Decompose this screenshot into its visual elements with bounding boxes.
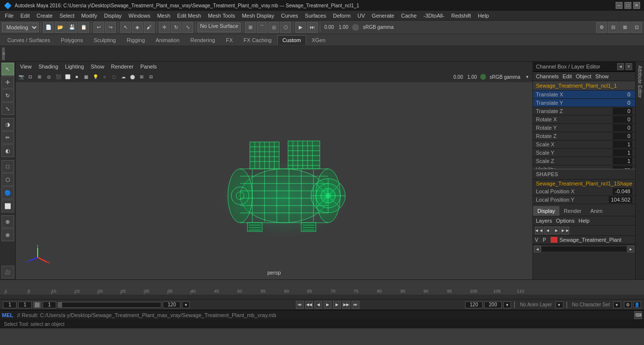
channel-value-local-pos-x[interactable]: -0.048 <box>613 188 632 195</box>
channel-value-local-pos-y[interactable]: 104.502 <box>609 196 632 203</box>
shelf-tab-fx[interactable]: FX <box>221 35 238 45</box>
undo-button[interactable]: ↩ <box>93 22 104 33</box>
cp-menu-channels[interactable]: Channels <box>536 73 558 79</box>
redo-button[interactable]: ↪ <box>105 22 116 33</box>
menu-edit-mesh[interactable]: Edit Mesh <box>174 12 204 20</box>
channel-value-scale-y[interactable]: 1 <box>613 149 632 156</box>
vp-menu-view[interactable]: View <box>18 63 34 70</box>
character-set-dropdown[interactable]: ▾ <box>613 301 621 308</box>
new-scene-button[interactable]: 📄 <box>43 22 54 33</box>
layer-new-btn[interactable]: ◄◄ <box>535 227 543 234</box>
shelf-collapse-icon[interactable]: ◄ <box>2 47 5 60</box>
prev-frame-btn[interactable]: ◀ <box>314 301 322 309</box>
range-end-arrow[interactable]: ▾ <box>182 301 190 308</box>
channel-row-rotate-y[interactable]: Rotate Y 0 <box>533 124 635 132</box>
layer-prev-btn[interactable]: ◄ <box>544 227 552 234</box>
layer-pickability-p[interactable]: P <box>543 237 549 243</box>
maximize-button[interactable]: □ <box>624 2 631 9</box>
channel-value-translate-x[interactable]: 0 <box>613 91 632 98</box>
menu-mesh[interactable]: Mesh <box>154 12 173 20</box>
cp-menu-show[interactable]: Show <box>595 73 609 79</box>
camera-tool[interactable]: 🎥 <box>1 266 14 278</box>
vp-light-btn[interactable]: 💡 <box>91 72 100 81</box>
vp-smooth-btn[interactable]: ○ <box>100 72 109 81</box>
menu-file[interactable]: File <box>2 12 17 20</box>
paint-select-button[interactable]: 🖌 <box>144 22 155 33</box>
display-tool-3[interactable]: 🔵 <box>1 186 14 199</box>
shelf-tab-polygons[interactable]: Polygons <box>55 35 88 45</box>
vp-camera-btn[interactable]: 📷 <box>17 72 25 81</box>
vp-gamma-dropdown[interactable]: ▾ <box>523 72 532 81</box>
display-tab-render[interactable]: Render <box>559 206 586 216</box>
vp-shadow-btn[interactable]: ☁ <box>119 72 128 81</box>
end-frame-input[interactable] <box>163 301 180 308</box>
menu-redshift[interactable]: Redshift <box>448 12 474 20</box>
soft-select-tool[interactable]: ◑ <box>1 118 14 131</box>
display-options-button[interactable]: ⚙ <box>596 22 607 33</box>
channel-row-translate-x[interactable]: Translate X 0 <box>533 91 635 99</box>
menu-mesh-display[interactable]: Mesh Display <box>239 12 277 20</box>
layers-menu-help[interactable]: Help <box>578 218 590 224</box>
move-tool-button[interactable]: ✛ <box>159 22 170 33</box>
viewport-scene[interactable]: X Y Z persp <box>16 82 533 279</box>
vp-grid-btn[interactable]: ⊞ <box>137 72 146 81</box>
frame-step-input[interactable] <box>43 301 56 308</box>
playback-range-handle[interactable] <box>58 302 62 307</box>
channel-row-visibility[interactable]: Visibility on <box>533 165 635 169</box>
channel-value-rotate-z[interactable]: 0 <box>613 133 632 139</box>
menu-generate[interactable]: Generate <box>369 12 397 20</box>
layer-color-swatch[interactable] <box>551 237 557 243</box>
paint-tool[interactable]: ✏ <box>1 131 14 144</box>
scroll-left-btn[interactable]: ◄ <box>534 246 541 253</box>
channel-value-rotate-x[interactable]: 0 <box>613 116 632 123</box>
menu-edit[interactable]: Edit <box>18 12 33 20</box>
layers-menu-options[interactable]: Options <box>556 218 575 224</box>
layers-menu-layers[interactable]: Layers <box>536 218 552 224</box>
timeline-ruler[interactable]: 1 5 10 15 20 25 30 35 40 45 50 55 60 65 … <box>0 280 644 295</box>
vp-hud-btn[interactable]: ⊟ <box>147 72 155 81</box>
snap-grid-button[interactable]: ⊞ <box>245 22 256 33</box>
shelf-tab-sculpting[interactable]: Sculpting <box>89 35 121 45</box>
channel-row-scale-z[interactable]: Scale Z 1 <box>533 157 635 165</box>
menu-cache[interactable]: Cache <box>398 12 420 20</box>
panel-options-button[interactable]: ⊠ <box>620 22 630 33</box>
current-frame-input[interactable] <box>18 301 32 308</box>
shelf-tab-xgen[interactable]: XGen <box>306 35 331 45</box>
mel-mode-label[interactable]: MEL <box>2 312 13 318</box>
panel-close-btn[interactable]: ✕ <box>625 63 632 70</box>
menu-3dtoall[interactable]: -3DtoAll- <box>421 12 447 20</box>
menu-windows[interactable]: Windows <box>126 12 154 20</box>
play-forward-btn[interactable]: ▶ <box>324 301 332 309</box>
render-sequence-button[interactable]: ⏭ <box>307 22 318 33</box>
menu-curves[interactable]: Curves <box>278 12 301 20</box>
open-scene-button[interactable]: 📂 <box>55 22 66 33</box>
shelf-tab-fx-caching[interactable]: FX Caching <box>238 35 277 45</box>
vp-wireframe-btn[interactable]: ⬜ <box>63 72 72 81</box>
vp-menu-renderer[interactable]: Renderer <box>109 63 136 70</box>
shelf-tab-custom[interactable]: Custom <box>277 35 307 45</box>
max-frame-dropdown[interactable]: ▾ <box>503 301 511 308</box>
select-tool-left[interactable]: ↖ <box>1 63 14 75</box>
goto-start-btn[interactable]: ⏮ <box>296 301 304 309</box>
rotate-tool-button[interactable]: ↻ <box>171 22 181 33</box>
minimize-button[interactable]: ─ <box>616 2 622 9</box>
channel-row-scale-x[interactable]: Scale X 1 <box>533 140 635 149</box>
display-tab-display[interactable]: Display <box>533 206 559 216</box>
anim-layer-dropdown[interactable]: ▾ <box>555 301 563 308</box>
menu-surfaces[interactable]: Surfaces <box>302 12 329 20</box>
panel-layout-button[interactable]: ⊟ <box>608 22 619 33</box>
save-as-button[interactable]: 📋 <box>78 22 89 33</box>
display-tool-2[interactable]: ⬡ <box>1 173 14 186</box>
channel-value-scale-z[interactable]: 1 <box>613 158 632 164</box>
channel-value-translate-z[interactable]: 0 <box>613 108 632 115</box>
shelf-tab-rendering[interactable]: Rendering <box>185 35 221 45</box>
vp-xray-btn[interactable]: ◌ <box>110 72 118 81</box>
scale-tool-button[interactable]: ⤡ <box>182 22 193 33</box>
layer-next-btn[interactable]: ► <box>553 227 560 234</box>
playback-end-input[interactable] <box>465 301 483 308</box>
cp-menu-edit[interactable]: Edit <box>562 73 572 79</box>
render-button[interactable]: ▶ <box>295 22 306 33</box>
lasso-select-button[interactable]: ◈ <box>132 22 143 33</box>
menu-help[interactable]: Help <box>475 12 492 20</box>
attribute-editor-side-tab[interactable]: Attribute Editor <box>635 62 644 279</box>
